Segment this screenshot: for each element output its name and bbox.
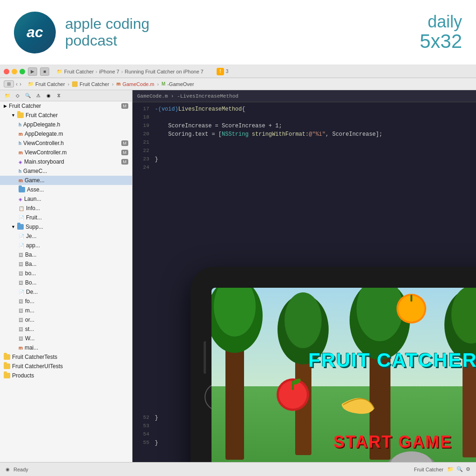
sidebar-item-viewcontroller-h[interactable]: h ViewController.h M [0,139,132,148]
run-button[interactable]: ▶ [28,67,37,76]
iphone-device: FRUIT CATCHER START GAME [191,267,476,462]
sidebar-item-or[interactable]: 🖼 or... [0,315,132,324]
svg-point-20 [390,451,432,462]
sidebar-item-main-storyboard[interactable]: ◈ Main.storyboard M [0,157,132,166]
editor-breadcrumb: GameCode.m › -LivesIncreaseMethod [137,93,238,99]
daily-label: daily [420,13,462,31]
sidebar-item-ba2[interactable]: 🖼 Ba... [0,259,132,269]
forward-btn[interactable]: › [20,81,21,87]
window-controls [4,69,25,74]
code-line-18: 18 [132,114,476,123]
game-screen: FRUIT CATCHER START GAME [212,288,476,462]
sidebar-item-products[interactable]: Products [0,371,132,380]
code-line-17: 17 -(void)LivesIncreaseMethod{ [132,106,476,114]
stop-button[interactable]: ■ [40,67,49,76]
logo-area: ac apple coding podcast [14,12,149,53]
sidebar-item-appdelegate-h[interactable]: h AppDelegate.h [0,120,132,129]
uitests-folder-icon [4,364,10,369]
h-file-icon: h [19,122,21,127]
tests-folder-icon [4,354,10,360]
sidebar-root[interactable]: ▶ Fruit Catcher M [0,101,132,111]
sidebar-header: 📁 ◇ 🔍 ⚠ ◉ ⧖ [0,90,132,101]
h-file-icon3: h [19,169,21,174]
minimize-btn[interactable] [12,69,17,74]
project-label: Fruit Catcher [414,467,443,472]
root-badge: M [121,103,129,109]
file-icon-st: 🖼 [19,327,23,332]
iphone-mockup: FRUIT CATCHER START GAME iPhone 7 - 11.2 [167,262,476,462]
file-icon-bo2: 🖼 [19,280,23,285]
bc-filename: GameCode.m [122,81,154,87]
split-editor-btn[interactable]: ⊞ [4,80,14,87]
brand-line1: apple coding [65,16,149,32]
episode-badge: daily 5x32 [420,13,462,53]
supp-disclosure: ▼ [11,225,15,229]
sidebar-item-bo2[interactable]: 🖼 Bo... [0,278,132,287]
maximize-btn[interactable] [20,69,25,74]
sidebar-item-supporting[interactable]: ▼ Supp... [0,222,132,231]
bottom-icons: 📁🔍⚙ [447,466,470,472]
root-label: Fruit Catcher [9,103,41,109]
status-bar: ◉ Ready Fruit Catcher 📁🔍⚙ [0,462,476,476]
products-folder-icon [4,373,10,378]
file-icon-or: 🖼 [19,317,23,323]
code-line-22: 22 [132,148,476,156]
file-icon-bo1: 🖼 [19,271,23,276]
start-game-btn[interactable]: START GAME [333,432,452,452]
sidebar-item-je[interactable]: 📄 Je... [0,231,132,241]
git-icon: ◇ [14,92,21,99]
sidebar-item-st[interactable]: 🖼 st... [0,324,132,334]
disclosure-arrow: ▶ [4,104,7,108]
h-file-icon2: h [19,141,21,146]
bc-file-type: m [117,81,121,86]
brand-line2: podcast [65,33,149,49]
back-btn[interactable]: ‹ [16,81,18,87]
sidebar-item-viewcontroller-m[interactable]: m ViewController.m M [0,148,132,157]
sidebar-item-tests[interactable]: Fruit CatcherTests [0,352,132,362]
search-icon: 🔍 [24,92,32,99]
sidebar-item-appdelegate-m[interactable]: m AppDelegate.m [0,129,132,139]
sidebar-item-m[interactable]: 🖼 m... [0,306,132,315]
warning-icon: ⚠ [34,92,42,99]
bc-folder-icon [72,81,78,87]
pch-icon: 📄 [19,215,24,220]
sidebar-item-mai[interactable]: m mai... [0,343,132,352]
volume-btn [204,341,206,374]
folder-yellow-icon [17,112,24,118]
sidebar-item-w[interactable]: 🖼 W... [0,334,132,343]
sidebar-item-launchscreen[interactable]: ◈ Laun... [0,194,132,204]
bc-project: Fruit Catcher [35,81,65,87]
storyboard-icon: ◈ [19,159,22,165]
m-file-icon: m [19,132,23,137]
project-icon: 📁 [57,69,62,74]
sidebar-item-de[interactable]: 📄 De... [0,287,132,297]
code-content[interactable]: 17 -(void)LivesIncreaseMethod{ 18 19 Sco… [132,102,476,177]
sidebar-item-fo[interactable]: 🖼 fo... [0,297,132,306]
sidebar-item-info-plist[interactable]: 📋 Info... [0,204,132,213]
storyboard-icon2: ◈ [19,197,22,202]
code-line-24: 24 [132,165,476,173]
bc-project-icon: 📁 [28,81,33,86]
file-icon-app: 📄 [19,243,24,248]
sidebar-item-fruit-prefix[interactable]: 📄 Fruit... [0,213,132,222]
file-icon-w: 🖼 [19,336,23,341]
sidebar-item-uitests[interactable]: Fruit CatcherUITests [0,362,132,371]
status-label: Ready [13,467,28,472]
file-icon-ba2: 🖼 [19,262,23,267]
sidebar-item-ba1[interactable]: 🖼 Ba... [0,250,132,259]
sidebar-item-assets[interactable]: Asse... [0,185,132,194]
folder-icon: 📁 [4,92,11,99]
project-name: Fruit Catcher [64,69,94,74]
xcode-toolbar: ▶ ■ 📁 Fruit Catcher › iPhone 7 › Running… [0,65,476,78]
code-editor[interactable]: GameCode.m › -LivesIncreaseMethod 17 -(v… [132,90,476,462]
file-icon-ba1: 🖼 [19,252,23,258]
file-icon-de: 📄 [19,290,24,295]
sidebar-item-gamecode-m[interactable]: m Game... [0,176,132,185]
sidebar-item-fruit-catcher-group[interactable]: ▼ Fruit Catcher [0,111,132,120]
close-btn[interactable] [4,69,9,74]
episode-label: 5x32 [420,31,462,52]
bc-method: -GameOver [167,81,194,87]
sidebar-item-bo1[interactable]: 🖼 bo... [0,269,132,278]
sidebar-item-app[interactable]: 📄 app... [0,241,132,250]
sidebar-item-gamecode-h[interactable]: h GameC... [0,166,132,176]
